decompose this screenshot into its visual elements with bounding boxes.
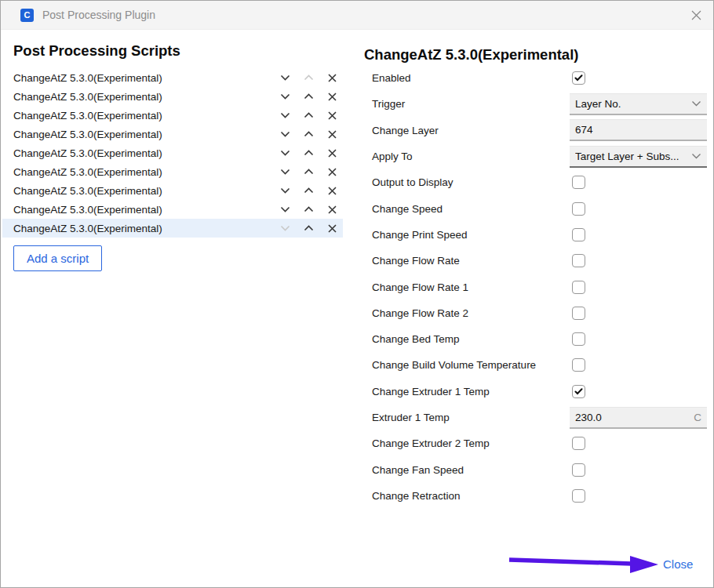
- setting-label: Change Extruder 1 Temp: [364, 386, 570, 397]
- change-extruder-1-temp-checkbox[interactable]: [572, 385, 585, 398]
- setting-row: Change Flow Rate 1: [364, 274, 707, 299]
- remove-script-icon[interactable]: [322, 125, 341, 143]
- setting-row: Apply To Target Layer + Subs...: [364, 143, 707, 169]
- setting-row: Change Speed: [364, 195, 707, 221]
- move-script-down-icon[interactable]: [275, 87, 294, 106]
- move-script-up-icon[interactable]: [299, 68, 318, 87]
- move-script-up-icon[interactable]: [299, 125, 318, 143]
- trigger-value: Layer No.: [575, 98, 691, 110]
- enabled-checkbox[interactable]: [572, 71, 585, 85]
- setting-row: Change Bed Temp: [364, 326, 707, 352]
- script-label: ChangeAtZ 5.3.0(Experimental): [13, 223, 271, 234]
- move-script-down-icon[interactable]: [275, 68, 294, 87]
- extruder-1-temp-input[interactable]: 230.0C: [570, 407, 707, 429]
- remove-script-icon[interactable]: [322, 200, 341, 219]
- move-script-down-icon[interactable]: [275, 219, 294, 238]
- script-label: ChangeAtZ 5.3.0(Experimental): [13, 91, 271, 103]
- chevron-down-icon: [691, 100, 701, 107]
- change-print-speed-checkbox[interactable]: [572, 228, 585, 241]
- script-label: ChangeAtZ 5.3.0(Experimental): [13, 110, 271, 122]
- change-extruder-2-temp-checkbox[interactable]: [572, 437, 585, 450]
- setting-row: Change Extruder 1 Temp: [364, 379, 707, 405]
- setting-row: Change Retraction: [364, 483, 707, 509]
- remove-script-icon[interactable]: [322, 68, 341, 87]
- setting-label: Change Layer: [364, 125, 570, 136]
- move-script-down-icon[interactable]: [275, 162, 294, 181]
- change-retraction-checkbox[interactable]: [572, 489, 585, 503]
- move-script-up-icon[interactable]: [299, 143, 318, 162]
- scripts-heading: Post Processing Scripts: [13, 42, 180, 60]
- move-script-up-icon[interactable]: [299, 200, 318, 219]
- extruder-1-temp-value: 230.0: [575, 412, 690, 423]
- change-flow-rate-checkbox[interactable]: [572, 254, 585, 267]
- move-script-down-icon[interactable]: [275, 106, 294, 125]
- setting-label: Change Flow Rate 2: [364, 307, 570, 319]
- change-build-volume-temperature-checkbox[interactable]: [572, 358, 585, 372]
- script-row[interactable]: ChangeAtZ 5.3.0(Experimental): [2, 200, 343, 219]
- change-flow-rate-2-checkbox[interactable]: [572, 307, 585, 320]
- script-row[interactable]: ChangeAtZ 5.3.0(Experimental): [2, 125, 343, 143]
- setting-label: Extruder 1 Temp: [364, 412, 570, 423]
- setting-row: Change Layer 674: [364, 118, 707, 143]
- setting-label: Trigger: [364, 98, 570, 110]
- move-script-down-icon[interactable]: [275, 125, 294, 143]
- setting-row: Change Build Volume Temperature: [364, 352, 707, 378]
- setting-label: Change Bed Temp: [364, 333, 570, 345]
- setting-row: Trigger Layer No.: [364, 91, 707, 117]
- script-label: ChangeAtZ 5.3.0(Experimental): [13, 166, 271, 178]
- remove-script-icon[interactable]: [322, 106, 341, 125]
- move-script-up-icon[interactable]: [299, 219, 318, 238]
- setting-row: Enabled: [364, 65, 707, 91]
- setting-row: Change Fan Speed: [364, 456, 707, 482]
- change-flow-rate-1-checkbox[interactable]: [572, 281, 585, 294]
- move-script-down-icon[interactable]: [275, 200, 294, 219]
- extruder-1-temp-unit: C: [694, 412, 701, 423]
- trigger-dropdown[interactable]: Layer No.: [570, 93, 707, 115]
- annotation-arrow: [501, 547, 666, 583]
- remove-script-icon[interactable]: [322, 87, 341, 106]
- script-settings-heading: ChangeAtZ 5.3.0(Experimental): [364, 46, 578, 64]
- setting-label: Change Flow Rate: [364, 255, 570, 267]
- apply-to-dropdown[interactable]: Target Layer + Subs...: [570, 146, 707, 168]
- window-close-icon[interactable]: [679, 1, 713, 30]
- setting-label: Enabled: [364, 72, 570, 84]
- remove-script-icon[interactable]: [322, 181, 341, 200]
- move-script-up-icon[interactable]: [299, 181, 318, 200]
- script-label: ChangeAtZ 5.3.0(Experimental): [13, 147, 271, 159]
- setting-row: Change Flow Rate: [364, 248, 707, 274]
- script-row[interactable]: ChangeAtZ 5.3.0(Experimental): [2, 106, 343, 125]
- setting-label: Change Speed: [364, 203, 570, 215]
- change-speed-checkbox[interactable]: [572, 202, 585, 216]
- change-layer-value: 674: [575, 124, 701, 136]
- setting-label: Change Flow Rate 1: [364, 281, 570, 293]
- move-script-up-icon[interactable]: [299, 87, 318, 106]
- output-to-display-checkbox[interactable]: [572, 176, 585, 189]
- move-script-down-icon[interactable]: [275, 143, 294, 162]
- titlebar: C Post Processing Plugin: [1, 1, 713, 30]
- settings-list: Enabled Trigger Layer No. Change Layer 6…: [364, 65, 707, 509]
- close-dialog-link[interactable]: Close: [663, 557, 693, 571]
- window-title: Post Processing Plugin: [42, 9, 155, 21]
- script-row[interactable]: ChangeAtZ 5.3.0(Experimental): [2, 68, 343, 87]
- setting-row: Change Print Speed: [364, 222, 707, 248]
- move-script-up-icon[interactable]: [299, 106, 318, 125]
- script-row[interactable]: ChangeAtZ 5.3.0(Experimental): [2, 143, 343, 162]
- change-bed-temp-checkbox[interactable]: [572, 332, 585, 346]
- apply-to-value: Target Layer + Subs...: [575, 151, 691, 162]
- script-row[interactable]: ChangeAtZ 5.3.0(Experimental): [2, 162, 343, 181]
- script-label: ChangeAtZ 5.3.0(Experimental): [13, 72, 271, 84]
- setting-row: Output to Display: [364, 169, 707, 195]
- script-row[interactable]: ChangeAtZ 5.3.0(Experimental): [2, 219, 343, 238]
- remove-script-icon[interactable]: [322, 219, 341, 238]
- setting-label: Output to Display: [364, 176, 570, 188]
- move-script-down-icon[interactable]: [275, 181, 294, 200]
- script-row[interactable]: ChangeAtZ 5.3.0(Experimental): [2, 87, 343, 106]
- script-row[interactable]: ChangeAtZ 5.3.0(Experimental): [2, 181, 343, 200]
- change-layer-input[interactable]: 674: [570, 119, 707, 141]
- remove-script-icon[interactable]: [322, 143, 341, 162]
- move-script-up-icon[interactable]: [299, 162, 318, 181]
- setting-row: Change Extruder 2 Temp: [364, 430, 707, 456]
- add-script-button[interactable]: Add a script: [13, 245, 102, 271]
- remove-script-icon[interactable]: [322, 162, 341, 181]
- change-fan-speed-checkbox[interactable]: [572, 463, 585, 477]
